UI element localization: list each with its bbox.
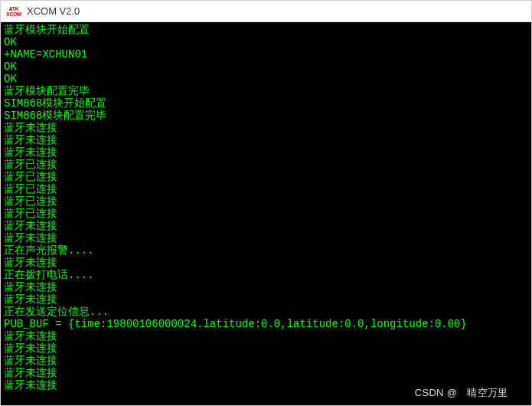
app-window: ATK XCOM XCOM V2.0 蓝牙模块开始配置OK+NAME=XCHUN…	[0, 0, 532, 406]
terminal-line: 蓝牙模块配置完毕	[4, 85, 528, 97]
terminal-line: 蓝牙未连接	[4, 367, 528, 379]
terminal-line: 蓝牙未连接	[4, 379, 528, 391]
terminal-line: 蓝牙未连接	[4, 330, 528, 342]
terminal-line: SIM868模块配置完毕	[4, 110, 528, 122]
terminal-output[interactable]: 蓝牙模块开始配置OK+NAME=XCHUN01OKOK蓝牙模块配置完毕SIM86…	[1, 22, 531, 405]
terminal-line: 正在声光报警....	[4, 244, 528, 257]
window-title: XCOM V2.0	[27, 5, 80, 17]
terminal-line: 蓝牙未连接	[4, 342, 528, 355]
terminal-line: OK	[4, 73, 528, 85]
terminal-line: 蓝牙已连接	[4, 195, 528, 208]
terminal-line: 蓝牙未连接	[4, 220, 528, 232]
terminal-line: 蓝牙未连接	[4, 122, 528, 134]
terminal-line: 正在拨打电话....	[4, 269, 528, 281]
terminal-line: 蓝牙未连接	[4, 232, 528, 244]
titlebar[interactable]: ATK XCOM XCOM V2.0	[1, 1, 531, 22]
terminal-line: 蓝牙已连接	[4, 183, 528, 195]
app-icon-text-bottom: XCOM	[6, 11, 21, 17]
app-icon-text-top: ATK	[9, 6, 19, 11]
terminal-line: 蓝牙未连接	[4, 355, 528, 367]
terminal-line: OK	[4, 36, 528, 48]
terminal-line: 蓝牙已连接	[4, 171, 528, 183]
terminal-line: OK	[4, 61, 528, 73]
app-icon: ATK XCOM	[5, 5, 22, 18]
terminal-line: 蓝牙已连接	[4, 208, 528, 220]
terminal-line: 蓝牙未连接	[4, 257, 528, 269]
terminal-line: 蓝牙模块开始配置	[4, 24, 528, 36]
terminal-line: 蓝牙未连接	[4, 281, 528, 293]
terminal-line: +NAME=XCHUN01	[4, 48, 528, 61]
terminal-line: SIM868模块开始配置	[4, 97, 528, 110]
terminal-line: 蓝牙未连接	[4, 293, 528, 306]
terminal-line: PUB_BUF = {time:19800106000024.latitude:…	[4, 318, 528, 330]
terminal-line: 蓝牙未连接	[4, 146, 528, 159]
terminal-line: 蓝牙已连接	[4, 159, 528, 171]
terminal-line: 蓝牙未连接	[4, 134, 528, 146]
terminal-line: 正在发送定位信息...	[4, 306, 528, 318]
